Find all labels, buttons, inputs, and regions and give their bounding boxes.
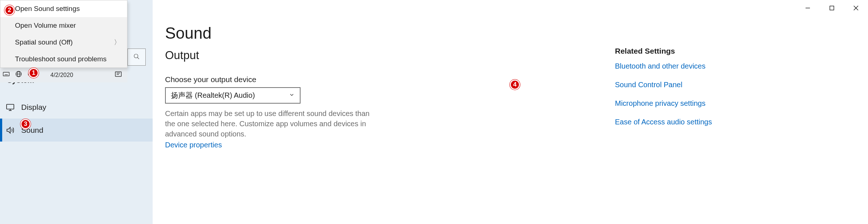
chevron-down-icon [289,91,295,100]
ctx-troubleshoot-sound[interactable]: Troubleshoot sound problems [0,51,127,67]
ctx-open-volume-mixer[interactable]: Open Volume mixer [0,17,127,34]
svg-rect-14 [115,72,122,77]
sound-icon [6,126,21,135]
sidebar-item-label: Display [21,103,46,112]
ctx-item-label: Open Sound settings [15,5,80,13]
search-icon [133,53,140,61]
sound-context-menu: Open Sound settings Open Volume mixer Sp… [0,0,127,68]
page-title: Sound [165,24,211,42]
choose-output-label: Choose your output device [165,75,256,84]
link-microphone-privacy[interactable]: Microphone privacy settings [615,99,728,108]
output-hint-text: Certain apps may be set up to use differ… [165,108,381,139]
related-settings: Related Settings Bluetooth and other dev… [615,47,728,136]
network-icon[interactable] [15,70,23,79]
close-button[interactable] [844,0,868,16]
settings-main: Sound Output Choose your output device 扬… [165,0,868,224]
ctx-spatial-sound[interactable]: Spatial sound (Off) 〉 [0,34,127,51]
step-badge-1: 1 [28,68,39,78]
window-controls [796,0,868,16]
ctx-item-label: Open Volume mixer [15,22,76,30]
link-sound-control-panel[interactable]: Sound Control Panel [615,81,728,89]
step-badge-2: 2 [4,5,15,15]
output-device-value: 扬声器 (Realtek(R) Audio) [171,90,255,100]
section-output-heading: Output [165,49,199,62]
svg-line-18 [137,57,139,59]
link-ease-of-access-audio[interactable]: Ease of Access audio settings [615,118,728,126]
svg-rect-20 [830,6,834,10]
step-badge-3: 3 [20,119,31,129]
display-icon [6,103,21,112]
svg-rect-0 [7,104,14,109]
sidebar-item-display[interactable]: Display [0,96,153,119]
ctx-open-sound-settings[interactable]: Open Sound settings [0,0,127,17]
chevron-right-icon: 〉 [114,38,121,47]
search-button[interactable] [127,49,146,66]
output-device-select[interactable]: 扬声器 (Realtek(R) Audio) [165,87,301,104]
svg-marker-3 [7,127,10,133]
svg-point-17 [134,54,138,58]
ctx-item-label: Spatial sound (Off) [15,38,73,46]
device-properties-link[interactable]: Device properties [165,141,222,149]
related-heading: Related Settings [615,47,728,55]
ctx-item-label: Troubleshoot sound problems [15,55,107,63]
svg-rect-4 [3,72,9,76]
taskbar: 4/2/2020 [0,67,127,82]
maximize-button[interactable] [820,0,844,16]
minimize-button[interactable] [796,0,820,16]
taskbar-date[interactable]: 4/2/2020 [50,72,73,78]
step-badge-4: 4 [510,80,520,90]
link-bluetooth-devices[interactable]: Bluetooth and other devices [615,62,728,70]
keyboard-icon[interactable] [2,70,10,79]
notification-icon[interactable] [114,73,122,80]
